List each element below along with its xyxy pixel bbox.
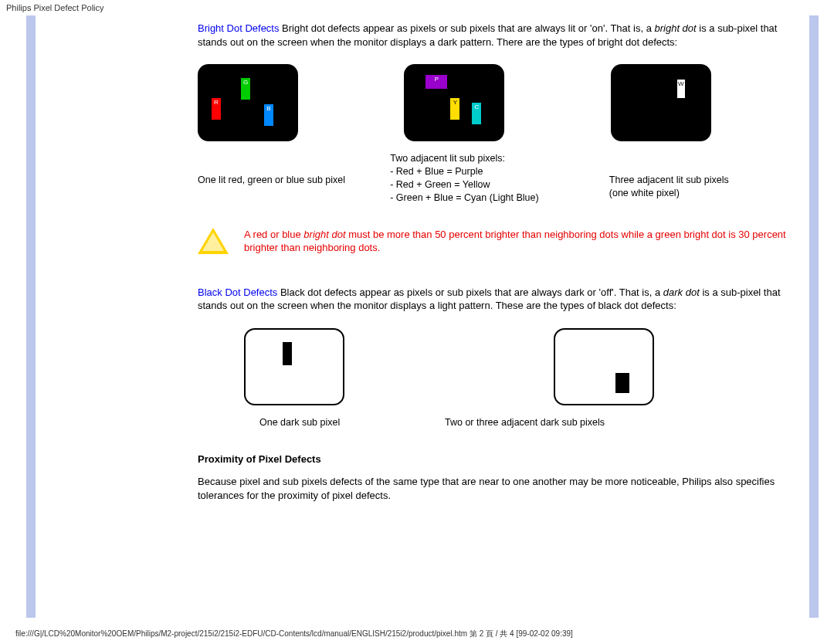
black-diagram-row bbox=[244, 328, 786, 405]
diagram-cell-2: P Y C bbox=[404, 64, 579, 141]
dark-pixel-1 bbox=[283, 342, 292, 365]
red-bar: R bbox=[212, 98, 221, 120]
diagram-cell-1: R G B bbox=[198, 64, 373, 141]
green-bar: G bbox=[241, 78, 250, 100]
warn-p1: A red or blue bbox=[244, 229, 303, 240]
diagram-cell-3: W bbox=[611, 64, 786, 141]
bright-body-1: Bright dot defects appear as pixels or s… bbox=[280, 22, 655, 34]
black-caption-row: One dark sub pixel Two or three adjacent… bbox=[259, 416, 786, 429]
caption-2-l4: - Green + Blue = Cyan (Light Blue) bbox=[390, 192, 594, 205]
caption-3: Three adjacent lit sub pixels (one white… bbox=[609, 152, 786, 205]
screen-pyc: P Y C bbox=[404, 64, 504, 141]
bright-diagram-row: R G B P Y C W bbox=[198, 64, 786, 141]
warning-row: A red or blue bright dot must be more th… bbox=[198, 228, 786, 255]
black-body-1: Black dot defects appear as pixels or su… bbox=[277, 286, 663, 298]
caption-3-l1: Three adjacent lit sub pixels bbox=[609, 175, 729, 185]
caption-3-l2: (one white pixel) bbox=[609, 188, 680, 198]
footer-path: file:///G|/LCD%20Monitor%20OEM/Philips/M… bbox=[0, 625, 834, 644]
proximity-heading: Proximity of Pixel Defects bbox=[198, 452, 786, 466]
purple-bar: P bbox=[425, 75, 447, 89]
caption-2-l2: - Red + Blue = Purple bbox=[390, 165, 594, 178]
black-italic: dark dot bbox=[663, 286, 700, 298]
proximity-body: Because pixel and sub pixels defects of … bbox=[198, 475, 786, 502]
main-content: Bright Dot Defects Bright dot defects ap… bbox=[36, 15, 809, 618]
warning-icon bbox=[198, 228, 229, 254]
caption-2: Two adjacent lit sub pixels: - Red + Blu… bbox=[390, 152, 594, 205]
screen-dark-1 bbox=[244, 328, 344, 405]
blue-bar: B bbox=[264, 104, 273, 126]
bright-caption-row: One lit red, green or blue sub pixel Two… bbox=[198, 152, 786, 205]
warn-italic: bright dot bbox=[303, 229, 345, 240]
screen-white: W bbox=[611, 64, 711, 141]
black-caption-2: Two or three adjacent dark sub pixels bbox=[445, 416, 605, 429]
left-stripe bbox=[26, 15, 36, 618]
white-bar: W bbox=[677, 80, 685, 98]
screen-dark-2 bbox=[554, 328, 654, 405]
right-stripe bbox=[809, 15, 819, 618]
black-caption-1: One dark sub pixel bbox=[259, 416, 398, 429]
yellow-bar: Y bbox=[450, 98, 459, 120]
bright-italic: bright dot bbox=[654, 22, 696, 34]
dark-pixel-2 bbox=[615, 373, 629, 393]
cyan-bar: C bbox=[472, 103, 481, 124]
screen-rgb: R G B bbox=[198, 64, 298, 141]
bright-dot-paragraph: Bright Dot Defects Bright dot defects ap… bbox=[198, 22, 786, 49]
black-dot-paragraph: Black Dot Defects Black dot defects appe… bbox=[198, 286, 786, 313]
bright-dot-heading: Bright Dot Defects bbox=[198, 22, 280, 34]
page-header-title: Philips Pixel Defect Policy bbox=[0, 0, 834, 15]
caption-2-l1: Two adjacent lit sub pixels: bbox=[390, 152, 594, 165]
black-dot-heading: Black Dot Defects bbox=[198, 286, 277, 298]
caption-2-l3: - Red + Green = Yellow bbox=[390, 178, 594, 192]
page-frame: Bright Dot Defects Bright dot defects ap… bbox=[0, 15, 834, 625]
caption-1: One lit red, green or blue sub pixel bbox=[198, 152, 375, 205]
warning-text: A red or blue bright dot must be more th… bbox=[244, 228, 786, 255]
